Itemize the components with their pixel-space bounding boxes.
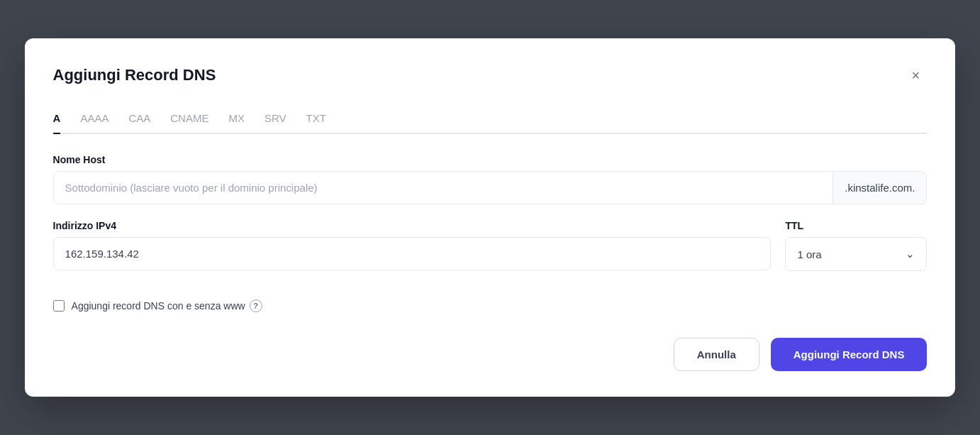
tab-caa[interactable]: CAA	[128, 106, 150, 134]
modal-header: Aggiungi Record DNS ×	[53, 64, 928, 87]
ttl-value: 1 ora	[797, 248, 821, 260]
cancel-button[interactable]: Annulla	[674, 338, 759, 371]
help-icon[interactable]: ?	[250, 299, 262, 312]
hostname-input[interactable]	[54, 172, 833, 204]
tab-cname[interactable]: CNAME	[170, 106, 208, 134]
ipv4-section: Indirizzo IPv4	[53, 220, 772, 270]
submit-button[interactable]: Aggiungi Record DNS	[771, 338, 928, 371]
ipv4-input-wrapper	[53, 237, 772, 270]
ipv4-ttl-row: Indirizzo IPv4 TTL 1 ora ⌄	[53, 220, 928, 287]
dialog: Aggiungi Record DNS × A AAAA CAA CNAME M…	[25, 38, 956, 397]
tab-aaaa[interactable]: AAAA	[80, 106, 108, 134]
modal-title: Aggiungi Record DNS	[53, 66, 216, 84]
ttl-section: TTL 1 ora ⌄	[785, 220, 927, 271]
hostname-section: Nome Host .kinstalife.com.	[53, 154, 928, 204]
chevron-down-icon: ⌄	[906, 248, 915, 260]
tab-srv[interactable]: SRV	[265, 106, 286, 134]
close-button[interactable]: ×	[904, 64, 927, 87]
tab-txt[interactable]: TXT	[306, 106, 326, 134]
ipv4-input[interactable]	[54, 238, 771, 270]
www-checkbox-label: Aggiungi record DNS con e senza www ?	[72, 299, 262, 312]
hostname-input-wrapper: .kinstalife.com.	[53, 171, 928, 204]
modal-backdrop[interactable]: Aggiungi Record DNS × A AAAA CAA CNAME M…	[0, 0, 980, 435]
modal-footer: Annulla Aggiungi Record DNS	[53, 338, 928, 371]
tab-mx[interactable]: MX	[228, 106, 245, 134]
ttl-select[interactable]: 1 ora ⌄	[785, 237, 927, 271]
ipv4-label: Indirizzo IPv4	[53, 220, 772, 231]
www-checkbox[interactable]	[53, 300, 65, 312]
hostname-label: Nome Host	[53, 154, 928, 165]
tab-a[interactable]: A	[53, 106, 61, 134]
ttl-label: TTL	[785, 220, 927, 231]
hostname-suffix: .kinstalife.com.	[833, 172, 926, 204]
dns-record-tabs: A AAAA CAA CNAME MX SRV TXT	[53, 106, 928, 134]
www-checkbox-row: Aggiungi record DNS con e senza www ?	[53, 299, 928, 312]
